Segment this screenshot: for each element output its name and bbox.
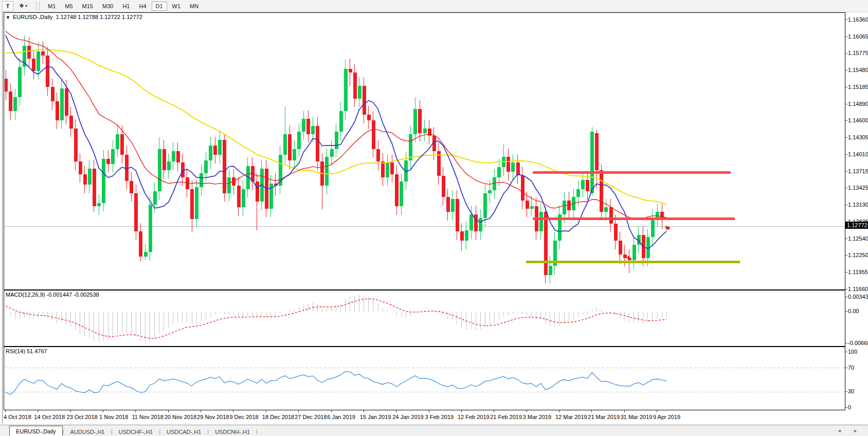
time-tick — [559, 410, 559, 412]
rsi-axis-label: 30 — [848, 388, 854, 394]
time-axis-label: 11 Nov 2018 — [132, 414, 164, 420]
time-axis[interactable]: 4 Oct 201814 Oct 201823 Oct 20181 Nov 20… — [4, 410, 845, 425]
price-axis-label: 1.12250 — [848, 252, 868, 258]
text-tool-button[interactable]: T — [2, 1, 13, 11]
price-axis-label: 1.14600 — [848, 117, 868, 123]
time-axis-label: 6 Jan 2019 — [328, 414, 355, 420]
timeframe-button-mn[interactable]: MN — [186, 2, 203, 11]
time-axis-label: 23 Oct 2018 — [67, 414, 98, 420]
time-tick — [38, 410, 38, 412]
chart-ohlc-values: 1.12748 1.12788 1.12722 1.12772 — [56, 14, 142, 20]
window-left-edge — [2, 12, 3, 424]
current-price-box: 1.12772 — [845, 222, 868, 229]
axis-tick — [845, 255, 847, 256]
timeframe-button-h4[interactable]: H4 — [135, 2, 150, 11]
time-axis-label: 31 Mar 2019 — [621, 414, 653, 420]
axis-tick — [845, 391, 847, 392]
chart-tab-eurusd-daily[interactable]: EURUSD-,Daily — [9, 426, 63, 436]
rsi-canvas[interactable] — [5, 348, 845, 410]
price-axis[interactable]: 1.163601.160651.157751.154801.151851.148… — [845, 12, 868, 410]
axis-tick — [845, 120, 847, 121]
candles — [5, 35, 668, 284]
macd-axis-zero: 0.00 — [848, 308, 859, 314]
axis-tick — [845, 137, 847, 138]
time-tick — [494, 410, 494, 412]
time-tick — [591, 410, 592, 412]
chart-tab-audusd-h1[interactable]: AUDUSD-,H1 — [64, 427, 111, 436]
time-axis-label: 21 Mar 2019 — [588, 414, 620, 420]
price-axis-label: 1.15185 — [848, 84, 868, 90]
tab-scroll-arrows[interactable]: ◄ ► — [837, 428, 863, 433]
rsi-axis-label: 0 — [848, 404, 851, 410]
objects-tool-button[interactable]: ❖ ▾ — [15, 2, 31, 11]
rsi-indicator-pane[interactable]: RSI(14) 51.4767 — [4, 347, 845, 410]
toolbar-grip[interactable] — [36, 2, 40, 10]
rsi-axis-label: 70 — [848, 365, 854, 371]
macd-indicator-pane[interactable]: MACD(12,26,9) -0.001447 -0.002538 — [4, 290, 845, 347]
timeframe-button-m30[interactable]: M30 — [98, 2, 117, 11]
time-axis-label: 27 Dec 2018 — [295, 414, 327, 420]
axis-tick — [845, 407, 847, 408]
price-axis-label: 1.13715 — [848, 168, 868, 174]
axis-tick — [845, 343, 847, 343]
rsi-axis-label: 100 — [848, 349, 857, 355]
axis-tick — [845, 205, 847, 205]
axis-tick — [845, 87, 847, 87]
price-axis-label: 1.13130 — [848, 202, 868, 208]
price-axis-label: 1.15775 — [848, 50, 868, 56]
timeframe-button-m15[interactable]: M15 — [78, 2, 97, 11]
time-axis-label: 18 Dec 2018 — [262, 414, 294, 420]
timeframe-button-group: M1M5M15M30H1H4D1W1MN — [43, 2, 203, 11]
time-tick — [364, 410, 364, 412]
chart-tab-usdcad-h1[interactable]: USDCAD-,H1 — [160, 427, 207, 436]
chart-tab-bar: EURUSD-,Daily|AUDUSD-,H1|USDCHF-,H1|USDC… — [0, 425, 868, 436]
timeframe-button-w1[interactable]: W1 — [168, 2, 185, 11]
axis-tick — [845, 53, 847, 53]
time-tick — [298, 410, 299, 412]
macd-histogram — [6, 295, 666, 343]
timeframe-button-d1[interactable]: D1 — [152, 2, 167, 11]
macd-axis-min: -0.006686 — [848, 340, 868, 346]
price-axis-label: 1.16065 — [848, 33, 868, 40]
time-axis-label: 9 Apr 2019 — [653, 414, 680, 420]
macd-canvas[interactable] — [5, 291, 845, 347]
time-tick — [266, 410, 266, 412]
chart-tab-usdcnh-h1[interactable]: USDCNH-,H1 — [209, 427, 256, 436]
price-axis-label: 1.11955 — [848, 269, 868, 275]
chart-tab-usdchf-h1[interactable]: USDCHF-,H1 — [113, 427, 159, 436]
time-axis-label: 1 Nov 2018 — [99, 414, 128, 420]
macd-label: MACD(12,26,9) -0.001447 -0.002538 — [6, 292, 99, 298]
rsi-label: RSI(14) 51.4767 — [6, 348, 47, 354]
time-axis-label: 29 Nov 2018 — [197, 414, 229, 420]
axis-tick — [845, 188, 847, 188]
time-tick — [168, 410, 169, 412]
axis-tick — [845, 311, 847, 312]
time-tick — [201, 410, 201, 412]
axis-tick — [845, 104, 847, 104]
price-axis-label: 1.15480 — [848, 67, 868, 73]
time-axis-label: 24 Jan 2019 — [392, 414, 424, 420]
time-tick — [429, 410, 429, 412]
time-axis-label: 3 Mar 2019 — [523, 414, 552, 420]
time-tick — [70, 410, 71, 412]
tab-separator: | — [256, 428, 258, 434]
axis-tick — [845, 297, 847, 297]
price-chart-canvas[interactable] — [5, 13, 845, 290]
price-axis-label: 1.14890 — [848, 101, 868, 107]
time-axis-label: 3 Feb 2019 — [425, 414, 454, 420]
timeframe-button-m1[interactable]: M1 — [44, 2, 60, 11]
symbol-dropdown-icon[interactable]: ▼ — [6, 15, 10, 20]
objects-icon: ❖ — [19, 3, 24, 9]
main-chart-pane[interactable]: ▼EURUSD-,Daily1.12748 1.12788 1.12722 1.… — [4, 12, 845, 290]
time-tick — [135, 410, 136, 412]
time-tick — [461, 410, 462, 412]
timeframe-button-m5[interactable]: M5 — [61, 2, 77, 11]
time-tick — [331, 410, 332, 412]
time-tick — [657, 410, 657, 412]
time-tick — [527, 410, 527, 412]
price-arrow-marker[interactable] — [666, 227, 671, 230]
axis-tick — [845, 368, 847, 368]
timeframe-button-h1[interactable]: H1 — [118, 2, 134, 11]
price-axis-label: 1.13425 — [848, 185, 868, 191]
time-axis-label: 15 Jan 2019 — [360, 414, 391, 420]
